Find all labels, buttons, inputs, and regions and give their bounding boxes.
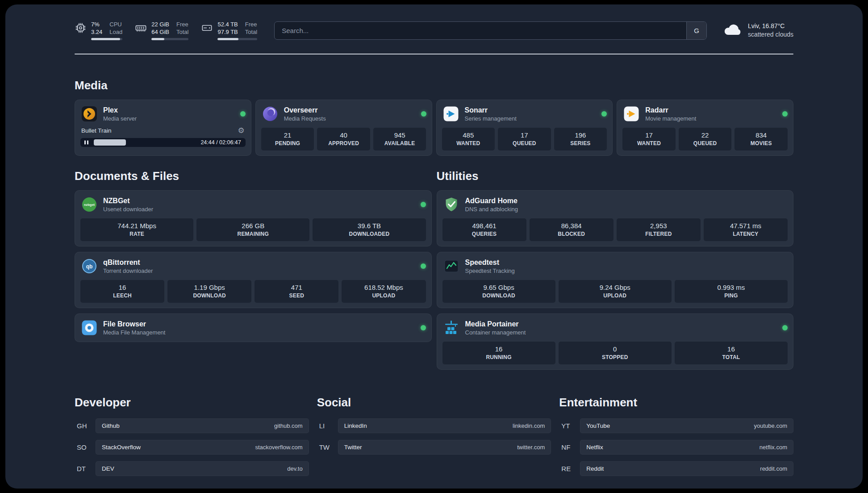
settings-gear-icon[interactable]: ⚙ <box>238 127 245 134</box>
service-desc: DNS and adblocking <box>465 206 518 213</box>
qbittorrent-icon: qb <box>80 257 98 275</box>
service-card-overseerr[interactable]: Overseerr Media Requests 21 PENDING 40 A… <box>255 100 432 156</box>
section-title-media: Media <box>75 79 793 92</box>
plex-icon <box>80 105 98 123</box>
cpu-widget: 7% 3.24 CPU Load <box>75 21 122 40</box>
bookmark-stackoverflow[interactable]: SO StackOverflow stackoverflow.com <box>75 440 309 455</box>
cpu-load-label: Load <box>109 28 122 36</box>
stat-seed: 471 SEED <box>255 280 338 303</box>
status-dot <box>601 111 607 117</box>
service-name: NZBGet <box>103 197 153 205</box>
service-desc: Torrent downloader <box>103 267 153 274</box>
section-documents-files: Documents & Files nzbget NZBGet Usenet d… <box>75 169 432 342</box>
bookmark-pill: Netflix netflix.com <box>580 440 793 455</box>
search-provider-button[interactable]: G <box>686 22 706 39</box>
disk-bar-fill <box>217 38 238 40</box>
stat-download: 9.65 Gbps DOWNLOAD <box>442 280 555 303</box>
service-desc: Media File Management <box>103 329 165 336</box>
disk-total-label: Total <box>245 28 257 36</box>
stat-upload: 618.52 Mbps UPLOAD <box>342 280 426 303</box>
weather-widget: Lviv, 16.87°C scattered clouds <box>723 22 793 39</box>
service-desc: Media Requests <box>284 115 326 122</box>
cpu-bar-fill <box>91 38 120 40</box>
pause-icon[interactable] <box>84 141 88 145</box>
disk-free-label: Free <box>245 21 257 28</box>
adguard-icon <box>442 196 460 213</box>
bookmark-pill: StackOverflow stackoverflow.com <box>96 440 309 455</box>
bookmark-group-social: Social LI LinkedIn linkedin.com TW Twitt… <box>317 396 551 461</box>
filebrowser-icon <box>80 319 98 337</box>
service-name: AdGuard Home <box>465 197 518 205</box>
memory-free-label: Free <box>176 21 188 28</box>
disk-total-value: 97.9 TB <box>217 28 238 36</box>
stat-blocked: 86,384 BLOCKED <box>530 218 613 241</box>
bookmark-pill: Github github.com <box>96 418 309 433</box>
service-card-radarr[interactable]: Radarr Movie management 17 WANTED 22 QUE… <box>617 100 793 156</box>
media-grid: Plex Media server Bullet Train ⚙ 24:44 /… <box>75 100 793 156</box>
bookmark-netflix[interactable]: NF Netflix netflix.com <box>559 440 793 455</box>
svg-text:qb: qb <box>86 263 93 270</box>
service-card-nzbget[interactable]: nzbget NZBGet Usenet downloader 744.21 M… <box>75 190 432 246</box>
status-dot <box>421 263 426 269</box>
stat-latency: 47.571 ms LATENCY <box>704 218 788 241</box>
service-desc: Movie management <box>645 115 696 122</box>
bookmark-github[interactable]: GH Github github.com <box>75 418 309 433</box>
dashboard: 7% 3.24 CPU Load <box>5 4 863 489</box>
status-dot <box>782 111 788 117</box>
service-desc: Series management <box>465 115 517 122</box>
sonarr-icon <box>442 105 460 123</box>
playback-progress-bar[interactable]: 24:44 / 02:06:47 <box>80 138 246 147</box>
playback-time: 24:44 / 02:06:47 <box>200 139 241 146</box>
bookmark-twitter[interactable]: TW Twitter twitter.com <box>317 440 551 455</box>
now-playing-title: Bullet Train <box>81 127 112 134</box>
bookmark-abbr: SO <box>75 443 96 451</box>
stat-queries: 498,461 QUERIES <box>442 218 526 241</box>
service-name: Media Portainer <box>465 320 526 328</box>
bookmark-reddit[interactable]: RE Reddit reddit.com <box>559 461 793 476</box>
disk-widget: 52.4 TB 97.9 TB Free Total <box>201 21 257 40</box>
bookmark-abbr: RE <box>559 465 580 472</box>
service-card-qbittorrent[interactable]: qb qBittorrent Torrent downloader 16 LEE… <box>75 252 432 308</box>
playback-progress-fill <box>94 139 126 146</box>
nzbget-icon: nzbget <box>80 196 98 213</box>
bookmark-youtube[interactable]: YT YouTube youtube.com <box>559 418 793 433</box>
bookmark-group-developer: Developer GH Github github.com SO StackO… <box>75 396 309 483</box>
search-input[interactable] <box>274 21 707 40</box>
service-name: Overseerr <box>284 106 326 114</box>
service-desc: Container management <box>465 329 526 336</box>
service-card-adguard[interactable]: AdGuard Home DNS and adblocking 498,461 … <box>437 190 794 246</box>
stat-movies: 834 MOVIES <box>734 128 788 150</box>
portainer-icon <box>442 319 460 337</box>
stat-running: 16 RUNNING <box>442 342 555 364</box>
service-name: qBittorrent <box>103 259 153 267</box>
stat-wanted: 17 WANTED <box>622 128 676 150</box>
memory-widget: 22 GiB 64 GiB Free Total <box>135 21 188 40</box>
service-name: Radarr <box>645 106 696 114</box>
cpu-bar <box>91 38 122 40</box>
service-card-sonarr[interactable]: Sonarr Series management 485 WANTED 17 Q… <box>436 100 613 156</box>
disk-icon <box>201 22 213 34</box>
service-card-plex[interactable]: Plex Media server Bullet Train ⚙ 24:44 /… <box>75 100 251 156</box>
stat-remaining: 266 GB REMAINING <box>196 218 309 241</box>
bookmark-dev[interactable]: DT DEV dev.to <box>75 461 309 476</box>
cpu-load-value: 3.24 <box>91 28 102 36</box>
stat-available: 945 AVAILABLE <box>373 128 426 150</box>
service-name: Speedtest <box>465 259 515 267</box>
section-utilities: Utilities AdGuard Home DNS and adblockin… <box>437 169 794 370</box>
bookmark-linkedin[interactable]: LI LinkedIn linkedin.com <box>317 418 551 433</box>
stat-stopped: 0 STOPPED <box>559 342 672 364</box>
status-dot <box>421 202 426 207</box>
service-card-speedtest[interactable]: Speedtest Speedtest Tracking 9.65 Gbps D… <box>437 252 794 308</box>
section-title-developer: Developer <box>75 396 309 409</box>
service-card-filebrowser[interactable]: File Browser Media File Management <box>75 313 432 342</box>
bookmark-abbr: YT <box>559 422 580 430</box>
stat-approved: 40 APPROVED <box>317 128 370 150</box>
status-dot <box>782 325 788 330</box>
bookmark-abbr: TW <box>317 443 338 451</box>
service-card-portainer[interactable]: Media Portainer Container management 16 … <box>437 313 794 370</box>
section-title-social: Social <box>317 396 551 409</box>
memory-bar-fill <box>151 38 164 40</box>
bookmark-group-entertainment: Entertainment YT YouTube youtube.com NF … <box>559 396 793 483</box>
bookmark-pill: Reddit reddit.com <box>580 461 793 476</box>
section-title-entertainment: Entertainment <box>559 396 793 409</box>
